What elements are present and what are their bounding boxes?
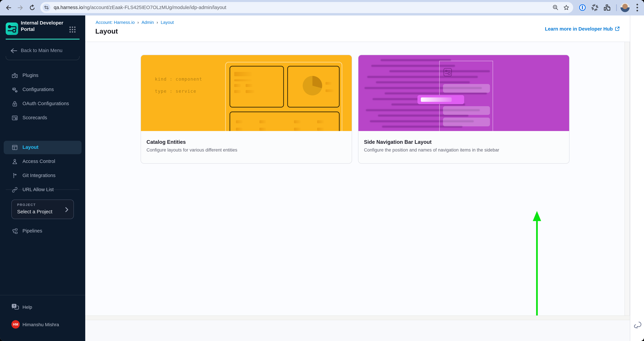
bar (325, 82, 332, 85)
wireframe-card (230, 112, 340, 131)
dragged-nav-bar-highlight (421, 97, 452, 102)
rounded-separator (6, 56, 80, 60)
project-value: Select a Project (17, 209, 52, 214)
card-description: Configure layouts for various different … (146, 148, 237, 153)
wireframe-panel (225, 62, 342, 131)
side-nav-illustration (358, 55, 569, 131)
chevron-right-icon (64, 206, 70, 213)
content-scrollbar[interactable] (624, 42, 630, 320)
card-description: Configure the position and names of navi… (364, 148, 499, 153)
sidebar-item-label: Layout (22, 144, 38, 150)
sidebar-item-url-allow-list[interactable]: URL Allow List (4, 183, 82, 197)
back-arrow-icon (5, 4, 13, 12)
bar (234, 90, 241, 93)
nav-bar-placeholder (443, 84, 490, 93)
loom-extension-icon[interactable] (591, 3, 599, 12)
bar (234, 79, 252, 81)
sidebar-item-scorecards[interactable]: Scorecards (4, 111, 82, 125)
user-avatar: HM (12, 320, 20, 328)
below-footer-area (85, 320, 630, 341)
puzzle-icon (12, 72, 18, 79)
external-link-icon (615, 26, 620, 31)
sidebar-item-label: Plugins (22, 73, 38, 78)
nine-dot-grid-glyph (69, 26, 76, 33)
brand-divider (6, 39, 80, 40)
user-name: Himanshu Mishra (22, 322, 59, 327)
wireframe-card (230, 66, 284, 108)
breadcrumb-separator: › (138, 20, 139, 25)
toolbar-divider (616, 4, 617, 11)
browser-window: qa.harness.io/ng/account/zEaak-FLS425IEO… (0, 0, 644, 341)
bookmark-star-button[interactable] (563, 4, 570, 11)
gears-icon (12, 86, 18, 93)
project-selector[interactable]: PROJECT Select a Project (12, 200, 74, 219)
extensions-puzzle-button[interactable] (603, 3, 611, 12)
page-title: Layout (95, 27, 118, 35)
project-label: PROJECT (17, 203, 36, 207)
green-arrow-annotation (528, 210, 546, 322)
footer-band (85, 315, 630, 320)
mini-logo-outline-icon (443, 68, 452, 77)
catalog-entities-card[interactable]: kind : component type : service (140, 55, 352, 164)
url-path: /ng/account/zEaak-FLS425IEO7OLzMUg/modul… (83, 5, 226, 10)
back-to-main-menu[interactable]: Back to Main Menu (0, 46, 85, 56)
learn-more-link[interactable]: Learn more in Developer Hub (545, 26, 620, 32)
sidebar-item-oauth-configurations[interactable]: OAuth Configurations (4, 97, 82, 111)
forward-arrow-icon (16, 4, 24, 12)
bar (236, 120, 242, 123)
help-chat-icon: ? (11, 303, 19, 311)
sidebar-item-plugins[interactable]: Plugins (4, 69, 82, 82)
tune-glyph (42, 4, 50, 12)
right-side-strip (630, 16, 644, 341)
user-profile[interactable]: HM Himanshu Mishra (0, 319, 85, 329)
sidebar-item-access-control[interactable]: Access Control (4, 155, 82, 168)
bar (325, 89, 334, 92)
sidebar-item-layout[interactable]: Layout (4, 141, 82, 154)
magnifier-plus-icon (552, 4, 559, 11)
bar (294, 120, 300, 123)
wireframe-card (287, 66, 340, 108)
url-text[interactable]: qa.harness.io/ng/account/zEaak-FLS425IEO… (54, 2, 226, 13)
sidebar-item-git-integrations[interactable]: Git Integrations (4, 169, 82, 182)
side-nav-layout-card[interactable]: Side Navigation Bar Layout Configure the… (358, 55, 569, 164)
help-label: Help (22, 304, 32, 310)
idp-logo[interactable] (6, 23, 18, 35)
site-settings-icon[interactable] (42, 4, 50, 12)
nav-bar-placeholder (443, 118, 490, 126)
zoom-page-button[interactable] (552, 4, 559, 11)
browser-toolbar: qa.harness.io/ng/account/zEaak-FLS425IEO… (0, 0, 644, 16)
browser-back-button[interactable] (5, 4, 13, 12)
browser-menu-button[interactable]: ••• (636, 3, 639, 13)
url-domain: qa.harness.io (54, 5, 83, 10)
pipelines-icon (12, 228, 18, 234)
star-icon (563, 4, 570, 11)
nav-bar-placeholder (443, 106, 490, 115)
dragged-nav-bar (417, 95, 464, 104)
person-icon (12, 158, 18, 165)
sidebar-item-configurations[interactable]: Configurations (4, 83, 82, 96)
reload-icon (28, 4, 36, 12)
breadcrumb-admin-link[interactable]: Admin (142, 20, 154, 25)
sidebar-item-label: OAuth Configurations (22, 101, 69, 106)
breadcrumb-layout-link[interactable]: Layout (161, 20, 174, 25)
spinner-burst-glyph (591, 3, 599, 12)
branch-icon (12, 172, 18, 179)
card-title: Catalog Entities (146, 139, 186, 145)
browser-reload-button[interactable] (28, 4, 36, 12)
browser-profile-avatar[interactable] (620, 3, 630, 12)
bar (317, 120, 324, 123)
breadcrumb-account-link[interactable]: Account: Harness.io (96, 20, 135, 25)
layout-icon (12, 144, 18, 151)
sidebar-item-pipelines[interactable]: Pipelines (4, 224, 82, 238)
page-header: Account: Harness.io›Admin›Layout Layout … (85, 16, 630, 42)
url-bar[interactable]: qa.harness.io/ng/account/zEaak-FLS425IEO… (40, 2, 573, 13)
bar (317, 128, 324, 131)
onepassword-extension-icon[interactable] (578, 3, 586, 12)
browser-forward-button[interactable] (16, 4, 24, 12)
app-switcher-grid-icon[interactable] (69, 26, 76, 33)
layout-content: kind : component type : service (85, 42, 624, 315)
card-title: Side Navigation Bar Layout (364, 139, 432, 145)
sidebar-item-label: Access Control (22, 159, 55, 164)
resource-center-chat-icon[interactable] (634, 320, 643, 329)
help-button[interactable]: ? Help (0, 302, 85, 312)
